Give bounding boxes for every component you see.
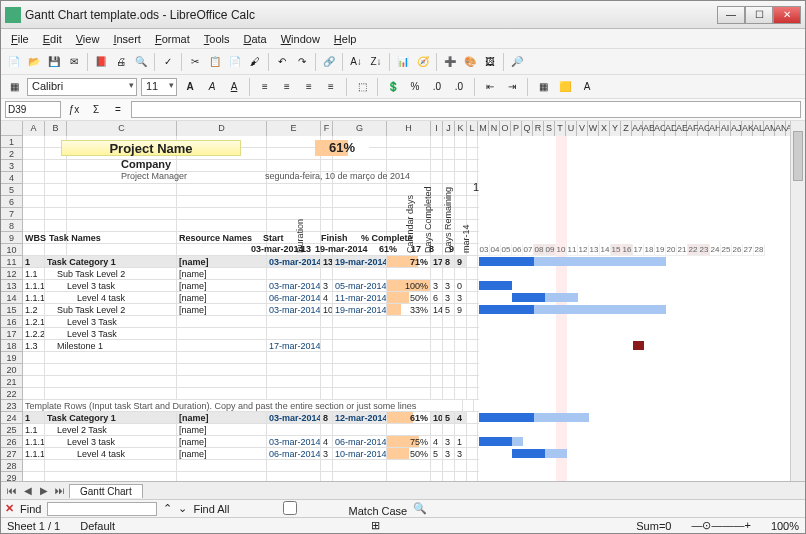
row-header-11[interactable]: 11 bbox=[1, 256, 23, 268]
col-header-AH[interactable]: AH bbox=[709, 121, 720, 136]
indent-dec-icon[interactable]: ⇤ bbox=[481, 78, 499, 96]
col-header-AC[interactable]: AC bbox=[654, 121, 665, 136]
col-header-A[interactable]: A bbox=[23, 121, 45, 136]
italic-button[interactable]: A bbox=[203, 78, 221, 96]
row-header-2[interactable]: 2 bbox=[1, 148, 23, 160]
vertical-scrollbar[interactable] bbox=[790, 121, 805, 481]
row-header-19[interactable]: 19 bbox=[1, 352, 23, 364]
col-header-AG[interactable]: AG bbox=[698, 121, 709, 136]
find-all-button[interactable]: Find All bbox=[193, 503, 229, 515]
col-header-X[interactable]: X bbox=[599, 121, 610, 136]
row-header-24[interactable]: 24 bbox=[1, 412, 23, 424]
col-header-AB[interactable]: AB bbox=[643, 121, 654, 136]
new-icon[interactable]: 📄 bbox=[5, 53, 23, 71]
col-header-Z[interactable]: Z bbox=[621, 121, 632, 136]
sort-desc-icon[interactable]: Z↓ bbox=[367, 53, 385, 71]
status-zoom[interactable]: 100% bbox=[771, 520, 799, 532]
col-header-Y[interactable]: Y bbox=[610, 121, 621, 136]
align-justify-icon[interactable]: ≡ bbox=[322, 78, 340, 96]
redo-icon[interactable]: ↷ bbox=[293, 53, 311, 71]
tab-last-icon[interactable]: ⏭ bbox=[53, 485, 67, 496]
col-header-D[interactable]: D bbox=[177, 121, 267, 136]
save-icon[interactable]: 💾 bbox=[45, 53, 63, 71]
col-header-K[interactable]: K bbox=[455, 121, 467, 136]
col-header-W[interactable]: W bbox=[588, 121, 599, 136]
col-header-C[interactable]: C bbox=[67, 121, 177, 136]
align-left-icon[interactable]: ≡ bbox=[256, 78, 274, 96]
row-header-8[interactable]: 8 bbox=[1, 220, 23, 232]
row-header-20[interactable]: 20 bbox=[1, 364, 23, 376]
bold-button[interactable]: A bbox=[181, 78, 199, 96]
underline-button[interactable]: A bbox=[225, 78, 243, 96]
email-icon[interactable]: ✉ bbox=[65, 53, 83, 71]
col-header-M[interactable]: M bbox=[478, 121, 489, 136]
row-header-12[interactable]: 12 bbox=[1, 268, 23, 280]
chart-icon[interactable]: 📊 bbox=[394, 53, 412, 71]
styles-icon[interactable]: 🎨 bbox=[461, 53, 479, 71]
find-options-icon[interactable]: 🔍 bbox=[413, 502, 427, 515]
col-header-R[interactable]: R bbox=[533, 121, 544, 136]
open-icon[interactable]: 📂 bbox=[25, 53, 43, 71]
tab-first-icon[interactable]: ⏮ bbox=[5, 485, 19, 496]
sort-asc-icon[interactable]: A↓ bbox=[347, 53, 365, 71]
col-header-L[interactable]: L bbox=[467, 121, 478, 136]
row-header-5[interactable]: 5 bbox=[1, 184, 23, 196]
find-prev-icon[interactable]: ⌃ bbox=[163, 502, 172, 515]
merge-icon[interactable]: ⬚ bbox=[353, 78, 371, 96]
row-header-9[interactable]: 9 bbox=[1, 232, 23, 244]
col-header-Q[interactable]: Q bbox=[522, 121, 533, 136]
align-right-icon[interactable]: ≡ bbox=[300, 78, 318, 96]
row-header-16[interactable]: 16 bbox=[1, 316, 23, 328]
col-header-E[interactable]: E bbox=[267, 121, 321, 136]
col-header-H[interactable]: H bbox=[387, 121, 431, 136]
row-header-3[interactable]: 3 bbox=[1, 160, 23, 172]
col-header-AI[interactable]: AI bbox=[720, 121, 731, 136]
cut-icon[interactable]: ✂ bbox=[186, 53, 204, 71]
match-case-checkbox[interactable]: Match Case bbox=[235, 501, 407, 517]
col-header-AA[interactable]: AA bbox=[632, 121, 643, 136]
tab-next-icon[interactable]: ▶ bbox=[37, 485, 51, 496]
insert-cell-icon[interactable]: ▦ bbox=[5, 78, 23, 96]
menu-tools[interactable]: Tools bbox=[198, 31, 236, 47]
currency-icon[interactable]: 💲 bbox=[384, 78, 402, 96]
row-header-26[interactable]: 26 bbox=[1, 436, 23, 448]
copy-icon[interactable]: 📋 bbox=[206, 53, 224, 71]
decimal-add-icon[interactable]: .0 bbox=[428, 78, 446, 96]
col-header-AN[interactable]: AN bbox=[775, 121, 786, 136]
close-button[interactable]: ✕ bbox=[773, 6, 801, 24]
percent-icon[interactable]: % bbox=[406, 78, 424, 96]
col-header-AD[interactable]: AD bbox=[665, 121, 676, 136]
col-header-O[interactable]: O bbox=[500, 121, 511, 136]
col-header-J[interactable]: J bbox=[443, 121, 455, 136]
row-header-23[interactable]: 23 bbox=[1, 400, 23, 412]
zoom-slider[interactable]: —⊙———+ bbox=[691, 519, 750, 532]
col-header-U[interactable]: U bbox=[566, 121, 577, 136]
row-header-13[interactable]: 13 bbox=[1, 280, 23, 292]
brush-icon[interactable]: 🖌 bbox=[246, 53, 264, 71]
maximize-button[interactable]: ☐ bbox=[745, 6, 773, 24]
col-header-T[interactable]: T bbox=[555, 121, 566, 136]
col-header-F[interactable]: F bbox=[321, 121, 333, 136]
row-header-15[interactable]: 15 bbox=[1, 304, 23, 316]
col-header-S[interactable]: S bbox=[544, 121, 555, 136]
row-header-22[interactable]: 22 bbox=[1, 388, 23, 400]
row-header-4[interactable]: 4 bbox=[1, 172, 23, 184]
minimize-button[interactable]: — bbox=[717, 6, 745, 24]
insert-icon[interactable]: ➕ bbox=[441, 53, 459, 71]
col-header-I[interactable]: I bbox=[431, 121, 443, 136]
bgcolor-icon[interactable]: 🟨 bbox=[556, 78, 574, 96]
row-header-21[interactable]: 21 bbox=[1, 376, 23, 388]
find-input[interactable] bbox=[47, 502, 157, 516]
pdf-icon[interactable]: 📕 bbox=[92, 53, 110, 71]
find-next-icon[interactable]: ⌄ bbox=[178, 502, 187, 515]
row-header-1[interactable]: 1 bbox=[1, 136, 23, 148]
print-icon[interactable]: 🖨 bbox=[112, 53, 130, 71]
row-header-28[interactable]: 28 bbox=[1, 460, 23, 472]
row-header-10[interactable]: 10 bbox=[1, 244, 23, 256]
col-header-N[interactable]: N bbox=[489, 121, 500, 136]
col-header-V[interactable]: V bbox=[577, 121, 588, 136]
font-size-select[interactable]: 11 bbox=[141, 78, 177, 96]
project-name-cell[interactable]: Project Name bbox=[61, 140, 241, 156]
gallery-icon[interactable]: 🖼 bbox=[481, 53, 499, 71]
col-header-AE[interactable]: AE bbox=[676, 121, 687, 136]
